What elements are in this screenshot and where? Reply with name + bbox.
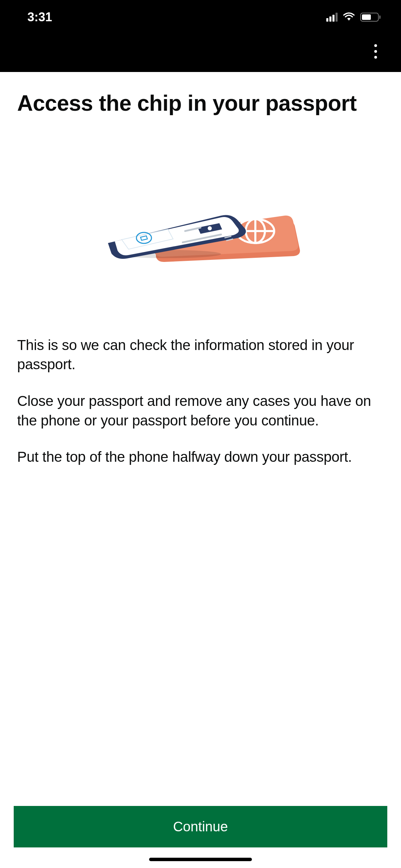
page-title: Access the chip in your passport	[17, 91, 384, 116]
passport-phone-illustration	[94, 195, 307, 270]
illustration-container	[17, 130, 384, 336]
app-bar	[0, 34, 401, 72]
status-bar: 3:31	[0, 0, 401, 34]
home-indicator[interactable]	[149, 858, 252, 861]
svg-point-6	[208, 226, 212, 230]
more-options-icon[interactable]	[367, 37, 384, 65]
wifi-icon	[342, 12, 355, 22]
main-content: Access the chip in your passport	[0, 72, 401, 806]
battery-icon	[360, 13, 380, 22]
body-paragraph-2: Close your passport and remove any cases…	[17, 391, 384, 430]
body-paragraph-1: This is so we can check the information …	[17, 336, 384, 374]
continue-button[interactable]: Continue	[14, 806, 387, 847]
status-time: 3:31	[27, 10, 52, 24]
body-paragraph-3: Put the top of the phone halfway down yo…	[17, 447, 384, 467]
status-icons	[326, 12, 380, 22]
cellular-signal-icon	[326, 13, 338, 22]
